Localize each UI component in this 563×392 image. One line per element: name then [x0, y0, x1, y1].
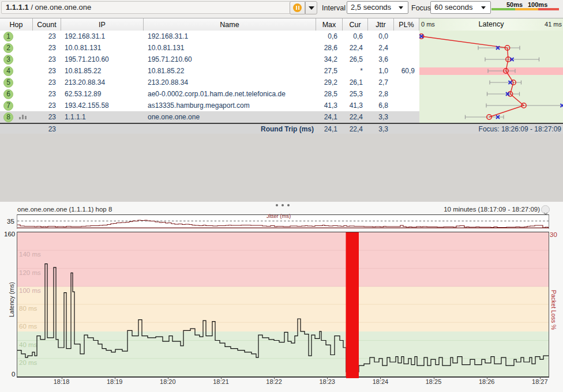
svg-text:60 ms: 60 ms [19, 323, 37, 330]
svg-text:40 ms: 40 ms [19, 341, 37, 348]
svg-text:20 ms: 20 ms [19, 359, 37, 365]
svg-text:140 ms: 140 ms [19, 251, 41, 258]
svg-text:120 ms: 120 ms [19, 269, 41, 276]
svg-text:80 ms: 80 ms [19, 305, 37, 312]
svg-text:100 ms: 100 ms [19, 287, 41, 293]
